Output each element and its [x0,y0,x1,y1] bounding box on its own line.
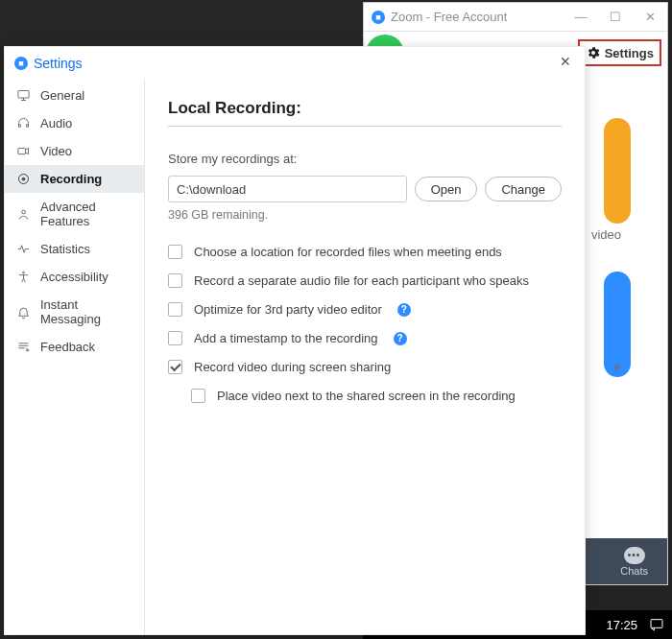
option-row: Choose a location for recorded files whe… [168,245,562,259]
sidebar-item-label: Statistics [40,242,90,256]
option-row: Place video next to the shared screen in… [191,389,562,403]
checkbox[interactable] [191,389,205,403]
settings-button-label: Settings [605,46,654,60]
sidebar-item-label: Accessibility [40,270,108,284]
background-dark-strip [0,0,363,46]
sidebar-item-instant-messaging[interactable]: Instant Messaging [5,291,144,333]
feedback-icon [16,340,31,354]
settings-sidebar: General Audio Video Recording Advanced F… [5,80,145,634]
checkbox[interactable] [168,360,182,374]
option-label: Choose a location for recorded files whe… [194,245,502,259]
option-row: Record a separate audio file for each pa… [168,273,562,288]
window-maximize[interactable]: ☐ [598,3,633,32]
svg-point-4 [22,178,26,181]
checkbox[interactable] [168,331,182,345]
chats-nav-item[interactable]: ••• Chats [620,547,648,577]
option-row: Record video during screen sharing [168,360,562,374]
window-minimize[interactable]: — [564,3,598,32]
option-label: Place video next to the shared screen in… [217,389,516,403]
svg-rect-2 [18,148,26,154]
peek-text-e: e [614,360,621,374]
sidebar-item-accessibility[interactable]: Accessibility [5,263,144,291]
change-button[interactable]: Change [485,177,562,201]
sidebar-item-label: Audio [40,116,72,130]
chat-icon: ••• [624,547,645,564]
zoom-logo-icon: ■ [372,11,385,24]
settings-button[interactable]: Settings [578,39,661,66]
video-icon [16,144,31,158]
notification-icon[interactable] [649,617,664,632]
open-button[interactable]: Open [415,177,478,201]
sidebar-item-audio[interactable]: Audio [5,109,144,137]
settings-dialog: ■ Settings ✕ General Audio Video Recordi… [4,46,586,635]
svg-point-5 [22,210,26,214]
sidebar-item-label: Feedback [40,340,95,354]
help-icon[interactable]: ? [394,332,407,345]
zoom-title: Zoom - Free Account [391,10,507,24]
sidebar-item-general[interactable]: General [5,82,144,109]
checkbox[interactable] [168,245,182,259]
settings-title: Settings [34,56,83,71]
record-icon [16,172,31,186]
sidebar-item-label: General [40,88,84,103]
sidebar-item-label: Video [40,144,72,158]
option-label: Add a timestamp to the recording [194,331,378,345]
gear-icon [586,45,601,60]
monitor-icon [16,88,31,103]
taskbar-clock: 17:25 [606,618,637,632]
zoom-window-controls: — ☐ ✕ [564,3,667,32]
option-label: Record video during screen sharing [194,360,391,374]
window-close[interactable]: ✕ [633,3,667,32]
checkbox[interactable] [168,302,182,317]
path-row: Open Change [168,176,562,202]
sidebar-item-label: Recording [40,172,102,186]
content-heading: Local Recording: [168,99,562,127]
accessibility-icon [16,270,31,284]
remaining-text: 396 GB remaining. [168,208,562,222]
recording-path-input[interactable] [168,176,407,202]
zoom-logo-icon: ■ [14,57,28,70]
option-label: Optimize for 3rd party video editor [194,302,382,317]
sidebar-item-label: Advanced Features [40,200,132,228]
sidebar-item-feedback[interactable]: Feedback [5,333,144,361]
settings-body: General Audio Video Recording Advanced F… [5,80,585,634]
sidebar-item-label: Instant Messaging [40,297,132,326]
orange-tile [604,118,631,224]
headphones-icon [16,116,31,130]
peek-text-video: video [591,227,621,242]
svg-rect-0 [651,620,662,628]
help-icon[interactable]: ? [397,303,411,317]
person-icon [16,207,31,222]
sidebar-item-recording[interactable]: Recording [5,165,144,193]
store-label: Store my recordings at: [168,152,562,166]
zoom-titlebar: ■ Zoom - Free Account — ☐ ✕ [364,3,667,32]
sidebar-item-video[interactable]: Video [5,137,144,165]
bell-icon [16,305,31,320]
svg-point-6 [23,272,25,273]
settings-header: ■ Settings ✕ [5,47,585,80]
option-label: Record a separate audio file for each pa… [194,273,529,288]
settings-content: Local Recording: Store my recordings at:… [145,80,585,634]
pulse-icon [16,242,31,256]
option-row: Add a timestamp to the recording? [168,331,562,345]
sidebar-item-statistics[interactable]: Statistics [5,235,144,263]
svg-rect-1 [18,91,29,99]
checkbox[interactable] [168,273,182,288]
close-icon[interactable]: ✕ [556,54,575,73]
sidebar-item-advanced[interactable]: Advanced Features [5,193,144,235]
option-row: Optimize for 3rd party video editor? [168,302,562,317]
